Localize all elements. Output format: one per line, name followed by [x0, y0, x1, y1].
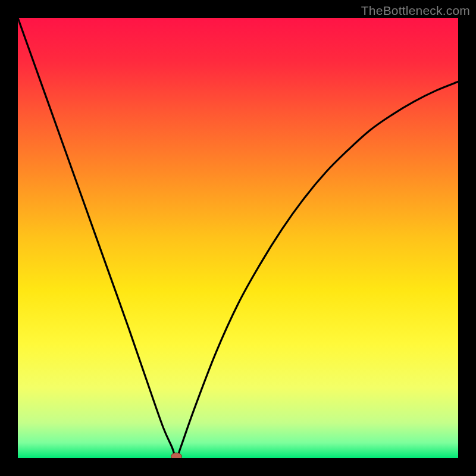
curve-layer [18, 18, 458, 458]
bottleneck-curve [18, 18, 458, 458]
watermark-text: TheBottleneck.com [361, 4, 470, 18]
chart-frame: TheBottleneck.com [0, 0, 476, 476]
marker-dot [171, 453, 181, 458]
plot-area [18, 18, 458, 458]
